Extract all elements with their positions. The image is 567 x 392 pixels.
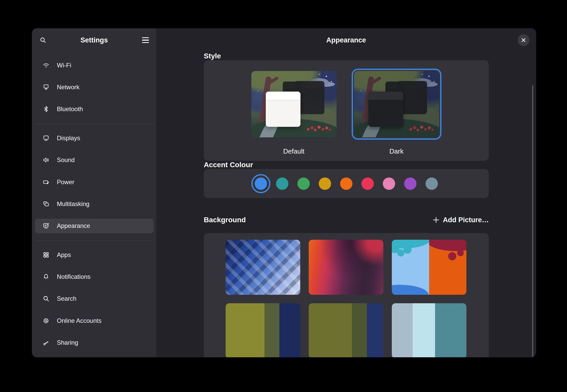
wallpaper-preview — [354, 71, 439, 137]
plus-icon — [432, 216, 440, 224]
accent-swatch-green[interactable] — [297, 177, 310, 190]
display-icon — [42, 135, 50, 142]
sidebar-item-label: Multitasking — [57, 200, 90, 208]
style-preview-dark — [354, 71, 439, 137]
close-button[interactable] — [518, 34, 529, 46]
battery-icon — [42, 179, 50, 186]
network-icon — [42, 84, 50, 91]
appearance-panel: Appearance Style — [156, 28, 536, 357]
hamburger-icon — [142, 37, 149, 43]
sidebar-header: Settings — [32, 28, 156, 52]
accent-heading: Accent Colour — [204, 161, 489, 169]
style-card: Default — [204, 60, 489, 161]
sidebar-item-sound[interactable]: Sound — [35, 153, 154, 167]
accent-swatch-yellow[interactable] — [319, 177, 331, 190]
bluetooth-icon — [42, 105, 50, 113]
sidebar: Settings Wi-Fi — [32, 28, 156, 357]
accent-swatch-purple[interactable] — [404, 177, 417, 190]
desktop: Settings Wi-Fi — [0, 0, 567, 392]
sidebar-item-online-accounts[interactable]: Online Accounts — [35, 313, 154, 328]
wifi-icon — [42, 62, 50, 69]
sidebar-item-label: Network — [57, 84, 79, 91]
sidebar-item-label: Sound — [57, 156, 75, 164]
sidebar-item-notifications[interactable]: Notifications — [35, 269, 154, 284]
sidebar-item-label: Appearance — [57, 222, 90, 229]
sidebar-item-label: Bluetooth — [57, 105, 83, 113]
search-icon — [39, 37, 47, 44]
sidebar-item-label: Online Accounts — [57, 317, 101, 324]
add-picture-label: Add Picture… — [443, 216, 489, 224]
sidebar-separator — [35, 124, 154, 124]
sidebar-item-sharing[interactable]: Sharing — [35, 335, 154, 350]
search-button[interactable] — [37, 34, 49, 46]
sidebar-item-bluetooth[interactable]: Bluetooth — [35, 102, 154, 117]
style-option-dark[interactable]: Dark — [352, 60, 441, 155]
sidebar-item-label: Wi-Fi — [57, 62, 71, 69]
sidebar-item-label: Power — [57, 179, 74, 186]
style-option-label: Dark — [389, 147, 404, 155]
wallpaper-row — [226, 303, 467, 357]
sidebar-item-label: Displays — [57, 135, 80, 142]
sidebar-item-power[interactable]: Power — [35, 175, 154, 189]
background-header-row: Background Add Picture… — [204, 215, 489, 225]
sidebar-nav: Wi-Fi Network Bluetooth — [32, 58, 156, 357]
sidebar-item-search[interactable]: Search — [35, 291, 154, 306]
wallpaper-thumb-magma-waves[interactable] — [309, 240, 383, 295]
sidebar-item-label: Sharing — [57, 339, 78, 346]
sidebar-item-multitasking[interactable]: Multitasking — [35, 197, 154, 211]
wallpaper-thumb-blue-cubes[interactable] — [226, 240, 300, 295]
accent-swatch-teal[interactable] — [276, 177, 288, 190]
accent-swatch-blue[interactable] — [255, 177, 267, 190]
at-symbol-icon — [42, 317, 50, 324]
sidebar-item-network[interactable]: Network — [35, 80, 154, 94]
wallpaper-thumb-paint-drips[interactable] — [392, 240, 466, 295]
sidebar-title: Settings — [49, 36, 139, 44]
accent-swatch-pink[interactable] — [383, 177, 395, 190]
sidebar-item-label: Notifications — [57, 273, 91, 280]
wallpaper-preview — [251, 71, 336, 137]
background-heading: Background — [204, 216, 246, 224]
search-icon — [42, 295, 50, 302]
appearance-icon — [42, 222, 50, 229]
background-card — [204, 233, 489, 357]
style-preview-default — [251, 71, 336, 137]
style-heading: Style — [204, 52, 489, 60]
sidebar-item-label: Search — [57, 295, 76, 302]
content-header: Appearance — [156, 28, 536, 52]
sidebar-item-displays[interactable]: Displays — [35, 131, 154, 145]
settings-window: Settings Wi-Fi — [32, 28, 536, 357]
wallpaper-thumb-olive-navy[interactable] — [226, 303, 300, 357]
scrollbar[interactable] — [532, 85, 533, 357]
accent-card — [204, 169, 489, 198]
close-icon — [521, 37, 526, 43]
multitasking-icon — [42, 200, 50, 208]
speaker-icon — [42, 156, 50, 164]
sidebar-item-wifi[interactable]: Wi-Fi — [35, 58, 154, 73]
sidebar-separator — [35, 240, 154, 241]
sidebar-item-apps[interactable]: Apps — [35, 247, 154, 262]
bell-icon — [42, 273, 50, 280]
sharing-icon — [42, 339, 50, 346]
wallpaper-thumb-light-cyan[interactable] — [392, 303, 466, 357]
apps-grid-icon — [42, 251, 50, 259]
accent-swatch-orange[interactable] — [340, 177, 352, 190]
sidebar-item-appearance[interactable]: Appearance — [35, 219, 154, 233]
selected-style-border — [352, 69, 441, 140]
main-menu-button[interactable] — [139, 34, 151, 46]
scroll-area: Style Default — [156, 52, 536, 357]
light-window-mockup — [266, 92, 301, 127]
accent-swatch-red[interactable] — [361, 177, 374, 190]
style-option-default[interactable]: Default — [251, 60, 336, 155]
page-title: Appearance — [326, 36, 366, 44]
sidebar-item-label: Apps — [57, 251, 71, 259]
wallpaper-row — [226, 240, 467, 295]
accent-swatch-slate[interactable] — [426, 177, 438, 190]
style-option-label: Default — [283, 147, 304, 155]
wallpaper-thumb-green-landscape[interactable] — [309, 303, 383, 357]
add-picture-button[interactable]: Add Picture… — [432, 216, 489, 224]
